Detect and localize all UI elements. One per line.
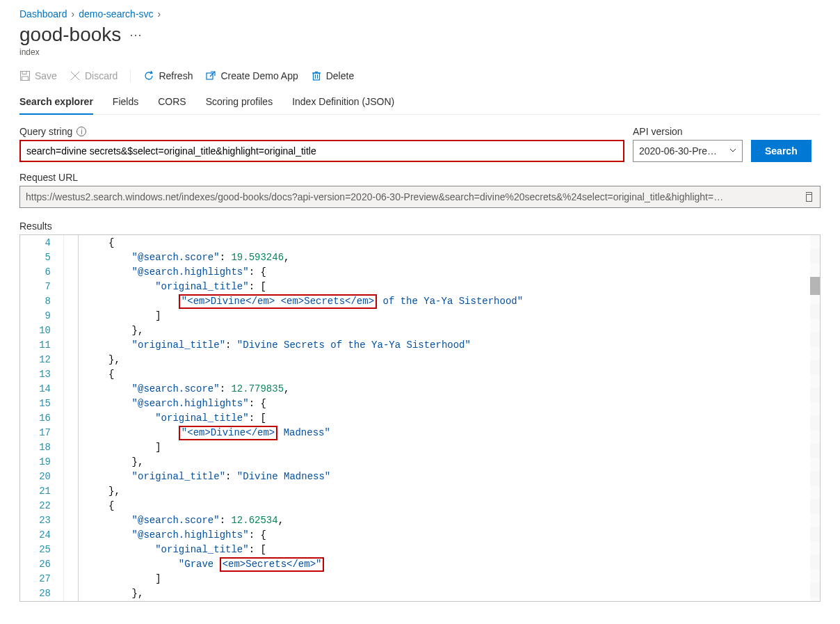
save-icon	[19, 70, 31, 81]
chevron-right-icon: ›	[158, 8, 161, 19]
results-label: Results	[19, 221, 821, 232]
api-version-label: API version	[633, 126, 743, 137]
breadcrumb-link-dashboard[interactable]: Dashboard	[19, 8, 67, 19]
page-title: good-books	[19, 24, 121, 46]
copy-icon[interactable]	[803, 191, 814, 202]
close-icon	[70, 70, 81, 81]
trash-icon	[311, 70, 322, 81]
external-link-icon	[205, 70, 216, 81]
code-content[interactable]: { "@search.score": 19.593246, "@search.h…	[108, 235, 820, 601]
tab-scoring-profiles[interactable]: Scoring profiles	[206, 90, 273, 114]
svg-rect-12	[807, 195, 812, 202]
request-url-box: https://westus2.search.windows.net/index…	[19, 186, 821, 208]
minimap-thumb[interactable]	[810, 277, 820, 295]
request-url-label: Request URL	[19, 172, 821, 183]
chevron-right-icon: ›	[72, 8, 75, 19]
tab-index-definition[interactable]: Index Definition (JSON)	[292, 90, 394, 114]
results-editor[interactable]: 4567891011121314151617181920212223242526…	[19, 234, 821, 602]
discard-button: Discard	[70, 70, 118, 81]
refresh-button[interactable]: Refresh	[143, 70, 193, 81]
svg-rect-2	[22, 77, 29, 81]
tab-cors[interactable]: CORS	[158, 90, 186, 114]
svg-rect-5	[207, 73, 213, 79]
tab-search-explorer[interactable]: Search explorer	[19, 90, 93, 114]
tabs: Search explorer Fields CORS Scoring prof…	[19, 90, 821, 115]
request-url-text: https://westus2.search.windows.net/index…	[26, 191, 798, 202]
breadcrumb-link-service[interactable]: demo-search-svc	[79, 8, 153, 19]
line-number-gutter: 4567891011121314151617181920212223242526…	[20, 235, 63, 601]
save-button: Save	[19, 70, 57, 81]
search-button[interactable]: Search	[751, 140, 811, 162]
svg-rect-1	[22, 72, 26, 74]
page-subtitle: index	[19, 47, 821, 57]
breadcrumb: Dashboard › demo-search-svc ›	[19, 8, 821, 19]
create-demo-app-button[interactable]: Create Demo App	[205, 70, 298, 81]
refresh-icon	[143, 70, 154, 81]
tab-fields[interactable]: Fields	[113, 90, 138, 114]
query-string-label: Query string i	[19, 126, 624, 137]
delete-button[interactable]: Delete	[311, 70, 354, 81]
more-icon[interactable]: ⋯	[129, 27, 143, 42]
divider	[130, 70, 131, 82]
command-bar: Save Discard Refresh Create Demo App Del…	[19, 70, 821, 88]
svg-rect-7	[313, 73, 319, 80]
api-version-select[interactable]: 2020-06-30-Pre…	[633, 140, 743, 162]
query-string-input[interactable]	[19, 140, 624, 162]
info-icon[interactable]: i	[76, 127, 86, 136]
